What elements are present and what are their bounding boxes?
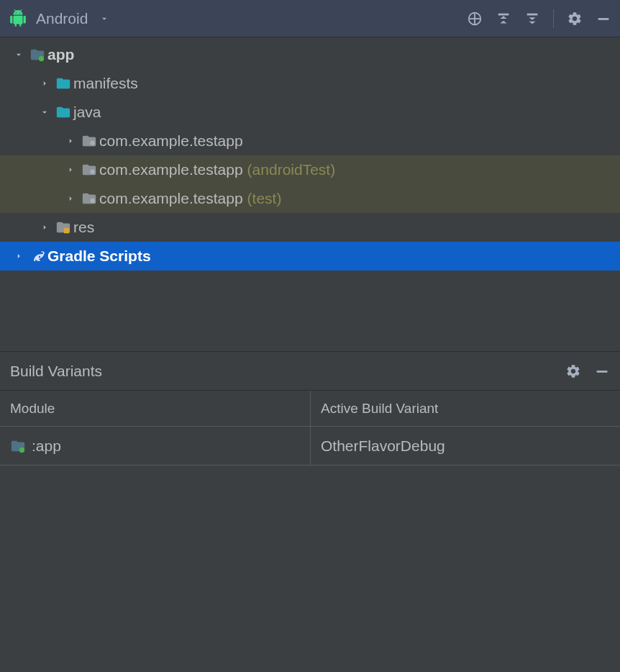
dropdown-icon (99, 14, 109, 24)
variants-empty-area (0, 466, 620, 672)
toolbar-divider (553, 9, 554, 28)
tree-node-app[interactable]: app (0, 40, 620, 69)
svg-rect-4 (527, 13, 538, 15)
column-header-module[interactable]: Module (0, 391, 311, 426)
svg-rect-12 (597, 371, 608, 373)
tree-label: manifests (73, 75, 138, 92)
column-header-variant[interactable]: Active Build Variant (311, 391, 620, 426)
tree-node-package-test[interactable]: com.example.testapp (test) (0, 184, 620, 213)
chevron-right-icon (36, 78, 53, 88)
package-icon (79, 162, 99, 178)
chevron-right-icon (62, 136, 79, 146)
chevron-right-icon (10, 251, 27, 261)
view-selector[interactable]: Android (9, 9, 109, 28)
variants-table: Module Active Build Variant :app OtherFl… (0, 391, 620, 466)
svg-point-9 (90, 199, 94, 203)
tree-suffix: (androidTest) (247, 161, 336, 178)
hide-icon[interactable] (596, 11, 611, 27)
svg-point-13 (19, 447, 24, 452)
svg-rect-5 (598, 18, 609, 20)
view-title: Android (36, 10, 88, 27)
gradle-icon (27, 250, 47, 263)
res-folder-icon (53, 219, 73, 235)
build-variants-panel: Build Variants Module Active Build Varia… (0, 351, 620, 672)
expand-all-icon[interactable] (496, 11, 511, 27)
chevron-down-icon (10, 50, 27, 60)
variants-header: Build Variants (0, 352, 620, 391)
collapse-all-icon[interactable] (524, 11, 540, 27)
tree-label: Gradle Scripts (47, 248, 151, 265)
android-icon (9, 9, 27, 28)
variants-title: Build Variants (10, 363, 102, 380)
folder-icon (53, 76, 73, 91)
svg-point-7 (90, 141, 94, 145)
package-icon (79, 133, 99, 149)
folder-icon (53, 104, 73, 120)
tree-node-java[interactable]: java (0, 98, 620, 127)
chevron-down-icon (36, 107, 53, 117)
svg-point-8 (90, 170, 94, 174)
module-folder-icon (27, 47, 47, 63)
module-name: :app (32, 437, 61, 455)
tree-label: com.example.testapp (99, 190, 243, 207)
chevron-right-icon (62, 194, 79, 204)
tree-label: java (73, 104, 101, 121)
project-toolbar: Android (0, 0, 620, 37)
tree-node-package-androidtest[interactable]: com.example.testapp (androidTest) (0, 155, 620, 184)
tree-suffix: (test) (247, 190, 282, 207)
gear-icon[interactable] (565, 363, 581, 379)
svg-point-11 (39, 256, 40, 258)
tree-node-manifests[interactable]: manifests (0, 69, 620, 98)
tree-label: res (73, 219, 94, 236)
table-row[interactable]: :app OtherFlavorDebug (0, 427, 620, 466)
tree-node-res[interactable]: res (0, 213, 620, 242)
hide-icon[interactable] (594, 363, 610, 379)
gear-icon[interactable] (567, 11, 583, 27)
project-tree[interactable]: app manifests java com.example.testapp (0, 37, 620, 351)
chevron-right-icon (36, 222, 53, 232)
variants-thead: Module Active Build Variant (0, 391, 620, 427)
tree-label: com.example.testapp (99, 161, 243, 178)
tree-label: app (47, 46, 74, 63)
variant-name: OtherFlavorDebug (321, 437, 445, 455)
module-folder-icon (10, 438, 26, 454)
svg-point-6 (39, 56, 44, 61)
tree-node-gradle-scripts[interactable]: Gradle Scripts (0, 242, 620, 271)
tree-label: com.example.testapp (99, 132, 243, 150)
chevron-right-icon (62, 165, 79, 175)
project-panel: Android (0, 0, 620, 351)
svg-rect-3 (498, 13, 509, 15)
package-icon (79, 191, 99, 206)
select-opened-file-icon[interactable] (467, 11, 483, 27)
cell-module[interactable]: :app (0, 427, 311, 465)
svg-rect-10 (64, 228, 69, 233)
tree-node-package-main[interactable]: com.example.testapp (0, 127, 620, 155)
toolbar-actions (467, 9, 611, 28)
cell-variant[interactable]: OtherFlavorDebug (311, 427, 620, 465)
